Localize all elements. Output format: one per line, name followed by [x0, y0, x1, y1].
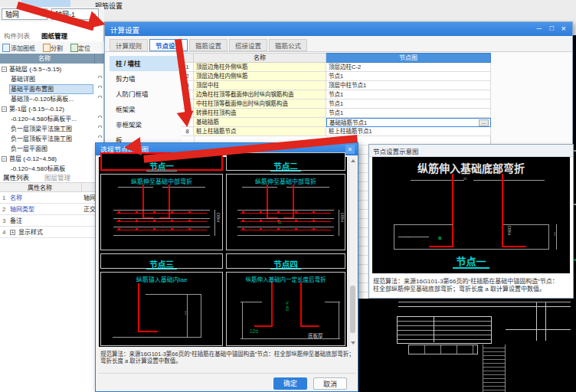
- cad-text-column: [483, 345, 506, 392]
- node-edit-cell[interactable]: 基础插筋节点1 ...: [326, 118, 491, 127]
- node-caption[interactable]: 节点四: [270, 260, 301, 270]
- row-node-value[interactable]: 节点1: [326, 90, 491, 100]
- tab-components[interactable]: 构件列表: [4, 31, 30, 40]
- dim-line: [339, 302, 339, 338]
- footing-line: [237, 235, 334, 236]
- node-caption-box-4[interactable]: 节点四: [226, 253, 345, 269]
- cad-canvas[interactable]: [358, 299, 576, 392]
- tab-calc-rules[interactable]: 计算规则: [110, 39, 148, 51]
- node-caption-box-3[interactable]: 节点三: [100, 253, 223, 269]
- dim-line: [187, 294, 188, 337]
- collapse-icon[interactable]: −: [2, 156, 7, 162]
- table-row[interactable]: 3顶层中柱顶层中柱节点1: [182, 81, 491, 90]
- node-edit-value[interactable]: 基础插筋节点1: [329, 119, 367, 126]
- close-icon[interactable]: ×: [345, 145, 355, 154]
- dialog-titlebar[interactable]: 计算设置 ─ □ ×: [105, 22, 572, 36]
- property-row[interactable]: 2轴网类型正交轴网: [0, 204, 104, 215]
- rebar-dots: [118, 228, 205, 230]
- tab-stirrup-settings[interactable]: 箍筋设置: [189, 39, 227, 51]
- node-caption[interactable]: 节点一: [146, 162, 177, 172]
- footing-line: [325, 302, 340, 302]
- node-diagram-4[interactable]: 纵筋伸至基础中部弯折 a DBH: [226, 174, 345, 250]
- node-diagram-5[interactable]: 纵筋锚入基础内lae ↕: [100, 272, 223, 346]
- tab-property-list[interactable]: 属性列表: [3, 172, 29, 181]
- tree-item[interactable]: 负一层平面图: [0, 144, 104, 154]
- tree-group[interactable]: −第-1层 (-5.15~-0.12): [0, 104, 104, 114]
- category-shear-wall[interactable]: 剪力墙: [110, 71, 178, 87]
- tree-group[interactable]: −基础层 (-5.5~-5.15): [0, 64, 104, 74]
- footing-line: [394, 249, 549, 250]
- tree-item-selected[interactable]: 基础平面布置图: [0, 84, 104, 94]
- ellipsis-button[interactable]: ...: [479, 119, 489, 126]
- node-diagram-6[interactable]: 纵筋伸入基础内一定长度后弯折 12d h-40 底板厚: [226, 272, 345, 346]
- table-row[interactable]: 5中柱柱顶等截面伸出时纵向钢筋构造节点1: [182, 100, 491, 109]
- rebar-bar: [142, 185, 144, 219]
- ok-button[interactable]: 确定: [273, 377, 307, 390]
- row-number: 2: [2, 204, 5, 215]
- category-civil-defense-wall[interactable]: 人防门框墙: [110, 87, 178, 102]
- row-node-value[interactable]: 节点1: [326, 72, 491, 81]
- node-caption[interactable]: 节点二: [270, 162, 301, 172]
- tab-layer-manage[interactable]: 图层管理: [44, 172, 70, 181]
- row-number: 8: [182, 127, 194, 136]
- tree-item[interactable]: -0.120~4.580标高板平...: [0, 114, 104, 124]
- column-header-name[interactable]: 名称: [194, 53, 326, 63]
- rebar-dots: [118, 211, 205, 214]
- split-button[interactable]: 分割: [51, 44, 63, 52]
- node-item-2[interactable]: 节点二: [226, 152, 345, 171]
- annotation-arrow-head: [177, 111, 196, 129]
- collapse-icon[interactable]: −: [2, 106, 7, 112]
- close-icon[interactable]: ×: [561, 24, 566, 33]
- scrollbar[interactable]: [349, 157, 356, 347]
- footing-line: [201, 294, 201, 337]
- tree-item[interactable]: 负一层顶梁平法施工图: [0, 124, 104, 134]
- row-node-value[interactable]: 顶层中柱节点1: [326, 81, 491, 90]
- dim-arrow: ↕: [184, 309, 187, 316]
- dim-label-a: a: [438, 234, 441, 241]
- table-row[interactable]: 6转换柱柱顶构造节点1: [182, 109, 491, 118]
- expand-icon[interactable]: +: [10, 230, 15, 235]
- table-row[interactable]: 4边角柱柱顶等截面伸出时纵向钢筋构造节点1: [182, 90, 491, 100]
- row-node-value[interactable]: 节点1: [326, 109, 491, 118]
- tab-stirrup-formula[interactable]: 箍筋公式: [269, 39, 307, 51]
- row-node-value[interactable]: 节点1: [326, 100, 491, 109]
- tree-group[interactable]: −首层 (-0.12~4.58): [0, 154, 104, 164]
- rebar-dots: [242, 211, 329, 214]
- scroll-thumb[interactable]: [350, 286, 355, 333]
- node-diagram-3[interactable]: 纵筋伸至基础中部弯折 DBH: [100, 174, 223, 250]
- maximize-icon[interactable]: □: [550, 24, 554, 32]
- locate-button[interactable]: 定位: [78, 44, 90, 52]
- cad-line: [545, 302, 546, 341]
- cancel-button[interactable]: 取消: [313, 377, 347, 390]
- tree-label: 负一层顶梁平法施工图: [11, 124, 72, 134]
- property-row[interactable]: 4+显示样式: [0, 227, 104, 238]
- category-frame-beam[interactable]: 框架梁: [110, 102, 178, 117]
- table-row[interactable]: 1顶层边角柱外侧纵筋顶层边柱C-2: [182, 63, 491, 72]
- preview-canvas: 纵筋伸入基础底部弯折 ≈ ↕ DBH ↔ a 节点一: [372, 157, 570, 273]
- category-non-frame-beam[interactable]: 非框架梁: [110, 117, 178, 132]
- tab-drawings[interactable]: 图纸管理: [41, 31, 67, 40]
- property-row[interactable]: 1名称轴网-1: [0, 192, 104, 204]
- scroll-down-icon[interactable]: [351, 341, 355, 345]
- cad-line: [506, 329, 571, 330]
- tab-lap-settings[interactable]: 搭接设置: [229, 39, 267, 51]
- add-sheet-button[interactable]: 添加图纸: [11, 44, 35, 52]
- node-caption[interactable]: 节点三: [146, 260, 177, 270]
- dim-label-dbh: DBH: [340, 213, 345, 223]
- collapse-icon[interactable]: −: [2, 67, 7, 72]
- table-row[interactable]: 2顶层边角柱内侧纵筋节点1: [182, 72, 491, 81]
- diagram-title: 纵筋伸入基础内一定长度后弯折: [227, 275, 345, 283]
- tree-item[interactable]: 基础详图: [0, 74, 104, 84]
- minimize-icon[interactable]: ─: [537, 24, 542, 32]
- table-row-editing[interactable]: 7 基础插筋 基础插筋节点1 ...: [182, 118, 491, 127]
- column-header-node[interactable]: 节点图: [326, 53, 491, 63]
- row-node-value[interactable]: 顶层边柱C-2: [326, 63, 491, 72]
- rebar-dots: [242, 228, 329, 230]
- tree-item[interactable]: 基础顶~-0.120标高板...: [0, 94, 104, 104]
- tree-item[interactable]: 负一层顶板平法施工图: [0, 134, 104, 144]
- scroll-up-icon[interactable]: [351, 159, 355, 162]
- row-number: 4: [2, 227, 5, 238]
- table-row[interactable]: 8桩上柱插筋节点桩上柱插筋节点1: [182, 127, 491, 136]
- property-row[interactable]: 3备注: [0, 215, 104, 227]
- category-column-wall[interactable]: 柱 / 墙柱: [110, 56, 178, 71]
